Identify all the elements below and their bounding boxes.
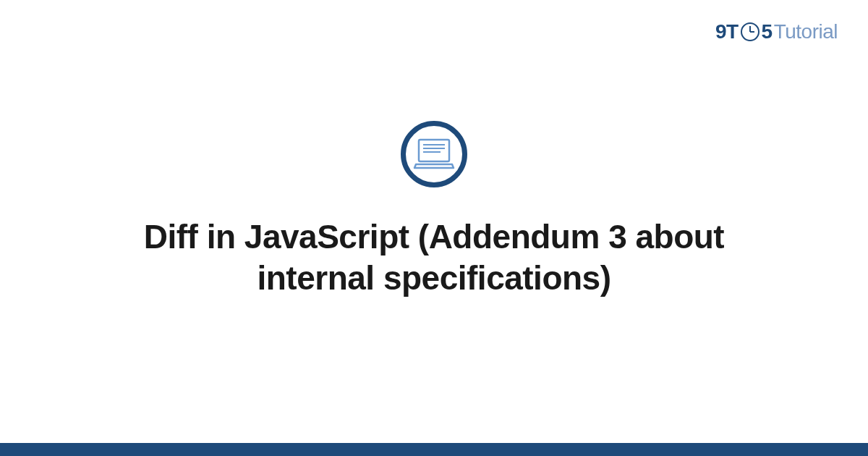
laptop-icon [413,137,455,172]
footer-accent-bar [0,443,868,456]
page-title: Diff in JavaScript (Addendum 3 about int… [109,216,760,300]
svg-rect-0 [419,140,449,161]
main-content: Diff in JavaScript (Addendum 3 about int… [0,0,868,456]
laptop-icon-circle [401,121,467,187]
